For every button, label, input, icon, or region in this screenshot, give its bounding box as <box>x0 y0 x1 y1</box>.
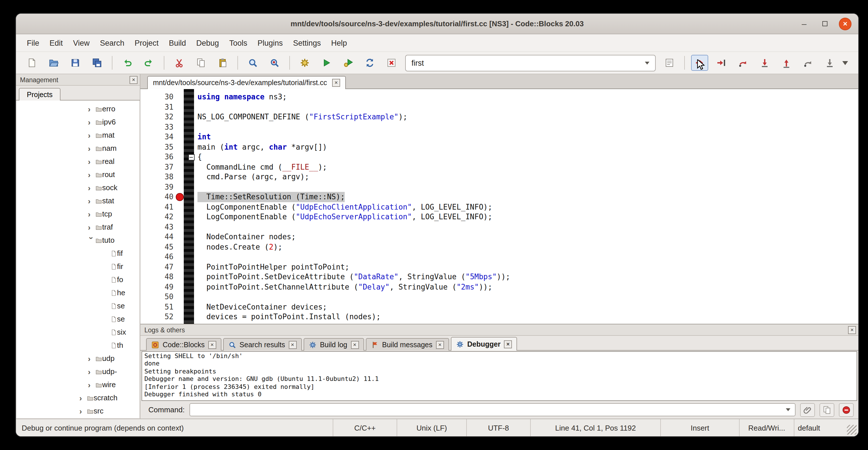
debug-continue-button[interactable] <box>691 55 708 71</box>
tree-item-th[interactable]: th <box>17 339 139 352</box>
menu-file[interactable]: File <box>22 36 44 50</box>
chevron-collapsed-icon[interactable]: › <box>88 367 95 376</box>
log-tab-code-blocks[interactable]: Code::Blocks× <box>146 338 221 351</box>
resize-grip[interactable] <box>847 425 857 434</box>
next-instruction-button[interactable] <box>800 55 817 71</box>
chevron-collapsed-icon[interactable]: › <box>88 380 95 389</box>
code-line-32[interactable]: 32NS_LOG_COMPONENT_DEFINE ("FirstScriptE… <box>141 112 858 122</box>
copy-button[interactable] <box>192 55 210 71</box>
build-target-combo[interactable]: first <box>405 55 656 71</box>
stop-debugger-button[interactable] <box>839 403 854 417</box>
chevron-collapsed-icon[interactable]: › <box>88 209 95 218</box>
cut-button[interactable] <box>170 55 188 71</box>
tree-item-udp[interactable]: ›udp <box>17 352 139 365</box>
tree-item-mat[interactable]: ›mat <box>17 128 139 142</box>
tree-item-traf[interactable]: ›traf <box>17 220 139 234</box>
chevron-collapsed-icon[interactable]: › <box>88 183 95 192</box>
code-line-49[interactable]: 49 pointToPoint.SetChannelAttribute ("De… <box>141 282 858 292</box>
code-line-45[interactable]: 45 nodes.Create (2); <box>141 242 858 252</box>
editor-tab-close-button[interactable]: × <box>332 79 340 87</box>
menu-help[interactable]: Help <box>326 36 352 50</box>
code-line-31[interactable]: 31 <box>141 102 858 112</box>
log-tab-build-log[interactable]: Build log× <box>303 338 364 351</box>
chevron-collapsed-icon[interactable]: › <box>88 354 95 363</box>
logs-close-button[interactable]: × <box>848 326 856 334</box>
log-tab-close-button[interactable]: × <box>504 340 512 348</box>
title-bar[interactable]: mnt/dev/tools/source/ns-3-dev/examples/t… <box>16 14 858 34</box>
toolbar-overflow-chevron-icon[interactable] <box>842 61 848 65</box>
redo-button[interactable] <box>141 55 157 71</box>
code-line-36[interactable]: 36{ <box>141 152 858 162</box>
tree-item-fo[interactable]: fo <box>17 273 139 286</box>
code-line-33[interactable]: 33 <box>141 122 858 132</box>
rebuild-button[interactable] <box>361 55 378 71</box>
code-line-30[interactable]: 30using namespace ns3; <box>141 92 858 102</box>
run-to-cursor-button[interactable] <box>713 55 730 71</box>
tree-item-scratch[interactable]: ›scratch <box>17 391 139 404</box>
code-line-42[interactable]: 42 LogComponentEnable ("UdpEchoServerApp… <box>141 212 858 222</box>
menu-edit[interactable]: Edit <box>44 36 68 50</box>
code-line-44[interactable]: 44 NodeContainer nodes; <box>141 232 858 242</box>
chevron-collapsed-icon[interactable]: › <box>88 117 95 126</box>
code-line-38[interactable]: 38 cmd.Parse (argc, argv); <box>141 172 858 182</box>
code-line-50[interactable]: 50 <box>141 292 858 302</box>
log-tab-debugger[interactable]: Debugger× <box>451 337 517 351</box>
close-button[interactable]: × <box>839 18 851 30</box>
attach-button[interactable] <box>800 403 815 417</box>
tree-item-sock[interactable]: ›sock <box>17 181 139 194</box>
chevron-collapsed-icon[interactable]: › <box>88 130 95 140</box>
tree-item-fir[interactable]: fir <box>17 260 139 273</box>
step-into-button[interactable] <box>756 55 773 71</box>
menu-settings[interactable]: Settings <box>288 36 326 50</box>
log-tab-build-messages[interactable]: Build messages× <box>366 338 449 351</box>
tree-item-udp[interactable]: ›udp- <box>17 365 139 378</box>
log-tab-close-button[interactable]: × <box>436 341 444 349</box>
code-line-43[interactable]: 43 <box>141 222 858 232</box>
menu-build[interactable]: Build <box>164 36 191 50</box>
code-line-48[interactable]: 48 pointToPoint.SetDeviceAttribute ("Dat… <box>141 272 858 282</box>
tree-item-tcp[interactable]: ›tcp <box>17 207 139 220</box>
tree-item-se[interactable]: se <box>17 312 139 326</box>
code-line-52[interactable]: 52 devices = pointToPoint.Install (nodes… <box>141 312 858 322</box>
find-button[interactable] <box>244 55 261 71</box>
save-all-button[interactable] <box>89 55 105 71</box>
copy-log-button[interactable] <box>819 403 834 417</box>
tree-item-stat[interactable]: ›stat <box>17 194 139 207</box>
open-file-button[interactable] <box>45 55 62 71</box>
log-tab-close-button[interactable]: × <box>208 341 216 349</box>
tree-item-nam[interactable]: ›nam <box>17 142 139 155</box>
code-line-46[interactable]: 46 <box>141 252 858 262</box>
tree-item-real[interactable]: ›real <box>17 155 139 168</box>
tree-item-he[interactable]: he <box>17 286 139 299</box>
tab-projects[interactable]: Projects <box>19 88 61 100</box>
log-tab-close-button[interactable]: × <box>351 341 359 349</box>
replace-button[interactable] <box>266 55 283 71</box>
tree-item-wire[interactable]: ›wire <box>17 378 139 391</box>
minimize-button[interactable]: – <box>798 18 810 30</box>
chevron-collapsed-icon[interactable]: › <box>88 144 95 153</box>
log-tab-close-button[interactable]: × <box>288 341 297 349</box>
new-file-button[interactable] <box>23 55 40 71</box>
tree-item-src[interactable]: ›src <box>17 404 139 417</box>
menu-view[interactable]: View <box>68 36 95 50</box>
save-file-button[interactable] <box>67 55 84 71</box>
tree-item-ipv6[interactable]: ›ipv6 <box>17 115 139 128</box>
next-line-button[interactable] <box>735 55 752 71</box>
undo-button[interactable] <box>119 55 136 71</box>
build-and-run-button[interactable] <box>340 55 357 71</box>
code-line-47[interactable]: 47 PointToPointHelper pointToPoint; <box>141 262 858 272</box>
code-line-40[interactable]: 40 Time::SetResolution (Time::NS); <box>141 192 858 202</box>
run-button[interactable] <box>318 55 335 71</box>
chevron-collapsed-icon[interactable]: › <box>88 222 95 232</box>
code-editor[interactable]: 30using namespace ns3;3132NS_LOG_COMPONE… <box>141 89 858 324</box>
tree-item-se[interactable]: se <box>17 299 139 312</box>
command-input[interactable] <box>189 403 796 416</box>
menu-search[interactable]: Search <box>95 36 129 50</box>
log-tab-search-results[interactable]: Search results× <box>223 338 302 351</box>
tree-item-tuto[interactable]: ›tuto <box>17 234 139 247</box>
code-line-51[interactable]: 51 NetDeviceContainer devices; <box>141 302 858 312</box>
chevron-collapsed-icon[interactable]: › <box>79 393 87 402</box>
maximize-button[interactable] <box>818 18 831 30</box>
management-close-button[interactable]: × <box>129 76 137 84</box>
chevron-collapsed-icon[interactable]: › <box>88 104 95 113</box>
